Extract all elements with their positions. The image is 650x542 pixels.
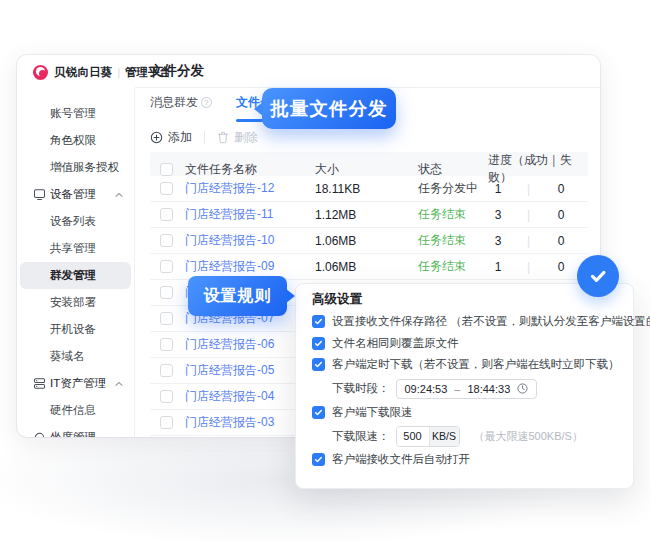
checked-checkbox[interactable] — [312, 358, 325, 371]
row-checkbox[interactable] — [160, 312, 173, 325]
row-checkbox[interactable] — [160, 182, 173, 195]
row-checkbox[interactable] — [160, 234, 173, 247]
sidebar-item[interactable]: 坐席管理 — [20, 424, 131, 437]
table-header: 文件任务名称 大小 状态 进度（成功｜失败） — [150, 152, 588, 176]
check-icon — [314, 408, 323, 417]
add-button[interactable]: 添加 — [150, 129, 192, 146]
chevron-up-icon[interactable] — [115, 192, 123, 198]
option-label: 客户端接收文件后自动打开 — [332, 452, 470, 467]
tooltip-text: 设置规则 — [204, 286, 272, 307]
sidebar-item-label: 共享管理 — [50, 241, 96, 256]
sidebar-item[interactable]: 安装部署 — [20, 289, 131, 316]
row-checkbox[interactable] — [160, 338, 173, 351]
file-size: 1.12MB — [315, 208, 418, 222]
sidebar-item[interactable]: 增值服务授权 — [20, 154, 131, 181]
time-range-input[interactable]: 09:24:53 – 18:44:33 — [396, 379, 538, 399]
sidebar-nav: 账号管理 角色权限 — [17, 100, 134, 437]
progress-divider: | — [527, 182, 530, 196]
file-name-link[interactable]: 门店经营报告-04 — [175, 388, 315, 405]
option-overwrite: 文件名相同则覆盖原文件 — [312, 333, 617, 355]
progress-success: 3 — [491, 208, 505, 222]
sidebar-item[interactable]: 设备管理 — [20, 181, 131, 208]
sidebar-item[interactable]: 群发管理 — [20, 262, 131, 289]
progress-fail: 0 — [554, 208, 568, 222]
progress-cell: 3 | 0 — [488, 208, 588, 222]
file-name-link[interactable]: 门店经营报告-09 — [175, 258, 315, 275]
sidebar-item-label: 角色权限 — [50, 133, 96, 148]
brand-logo-icon — [33, 65, 48, 80]
sidebar-item[interactable]: IT资产管理 — [20, 370, 131, 397]
monitor-icon — [33, 188, 46, 201]
sidebar-item[interactable]: 角色权限 — [20, 127, 131, 154]
table-row: 门店经营报告-11 1.12MB 任务结束 3 | 0 — [150, 202, 588, 228]
download-time-row: 下载时段： 09:24:53 – 18:44:33 — [312, 376, 617, 402]
circle-plus-icon — [150, 131, 163, 144]
sidebar-item[interactable]: 开机设备 — [20, 316, 131, 343]
file-name-link[interactable]: 门店经营报告-05 — [175, 362, 315, 379]
option-label: 客户端定时下载（若不设置，则客户端在线时立即下载） — [332, 357, 620, 372]
tab-message-broadcast[interactable]: 消息群发 ? — [150, 94, 212, 122]
sidebar-item-icon-slot — [33, 377, 50, 390]
option-save-path: 设置接收文件保存路径 （若不设置，则默认分发至客户端设置的文件保存路径） — [312, 311, 617, 333]
sidebar-item-label: 设备列表 — [50, 214, 96, 229]
chevron-up-icon[interactable] — [115, 381, 123, 387]
file-name-link[interactable]: 门店经营报告-03 — [175, 414, 315, 431]
time-dash: – — [454, 383, 460, 395]
checked-checkbox[interactable] — [312, 315, 325, 328]
speed-limit-input[interactable]: 500 KB/S — [396, 426, 460, 447]
row-checkbox[interactable] — [160, 390, 173, 403]
tooltip-arrow-right — [286, 289, 295, 303]
progress-success: 1 — [491, 182, 505, 196]
status-text: 任务结束 — [418, 206, 488, 223]
speed-limit-hint: （最大限速500KB/S） — [474, 429, 583, 444]
file-name-link[interactable]: 门店经营报告-11 — [175, 206, 315, 223]
option-speed-limit: 客户端下载限速 — [312, 402, 617, 424]
check-icon — [314, 455, 323, 464]
progress-divider: | — [527, 208, 530, 222]
sidebar-item-label: 增值服务授权 — [50, 160, 119, 175]
tooltip-arrow-left — [254, 102, 263, 116]
brand-separator: | — [118, 67, 121, 78]
progress-fail: 0 — [554, 182, 568, 196]
progress-divider: | — [527, 234, 530, 248]
file-name-link[interactable]: 门店经营报告-12 — [175, 180, 315, 197]
sidebar-item-label: 安装部署 — [50, 295, 96, 310]
status-text: 任务结束 — [418, 258, 488, 275]
sidebar-item[interactable]: 账号管理 — [20, 100, 131, 127]
file-name-link[interactable]: 门店经营报告-10 — [175, 232, 315, 249]
speed-limit-row: 下载限速： 500 KB/S （最大限速500KB/S） — [312, 423, 617, 449]
advanced-settings-panel: 高级设置 设置接收文件保存路径 （若不设置，则默认分发至客户端设置的文件保存路径… — [295, 283, 634, 489]
sidebar-item[interactable]: 设备列表 — [20, 208, 131, 235]
help-icon[interactable]: ? — [201, 97, 212, 108]
select-all-checkbox[interactable] — [160, 163, 173, 176]
delete-button[interactable]: 删除 — [217, 129, 258, 146]
table-row: 门店经营报告-10 1.06MB 任务结束 3 | 0 — [150, 228, 588, 254]
sidebar-item[interactable]: 硬件信息 — [20, 397, 131, 424]
tab-label: 消息群发 — [150, 94, 198, 111]
row-checkbox[interactable] — [160, 416, 173, 429]
clock-icon[interactable] — [517, 383, 528, 394]
file-size: 1.06MB — [315, 260, 418, 274]
brand-suffix: 管理平台 — [125, 65, 171, 80]
status-text: 任务分发中 — [418, 180, 488, 197]
row-checkbox[interactable] — [160, 208, 173, 221]
checked-checkbox[interactable] — [312, 453, 325, 466]
row-checkbox[interactable] — [160, 260, 173, 273]
checked-checkbox[interactable] — [312, 337, 325, 350]
file-name-link[interactable]: 门店经营报告-06 — [175, 336, 315, 353]
option-label: 文件名相同则覆盖原文件 — [332, 336, 459, 351]
check-icon — [587, 265, 609, 287]
row-checkbox[interactable] — [160, 286, 173, 299]
sidebar-item[interactable]: 葵域名 — [20, 343, 131, 370]
panel-title: 高级设置 — [312, 291, 617, 308]
speed-value[interactable]: 500 — [397, 427, 429, 446]
sidebar-item[interactable]: 共享管理 — [20, 235, 131, 262]
page: 贝锐向日葵 | 管理平台 文件分发 账号管理 — [0, 0, 650, 542]
check-icon — [314, 317, 323, 326]
row-checkbox[interactable] — [160, 364, 173, 377]
set-rules-tooltip: 设置规则 — [188, 276, 287, 316]
progress-divider: | — [527, 260, 530, 274]
progress-cell: 1 | 0 — [488, 182, 588, 196]
checked-checkbox[interactable] — [312, 406, 325, 419]
check-icon — [314, 360, 323, 369]
